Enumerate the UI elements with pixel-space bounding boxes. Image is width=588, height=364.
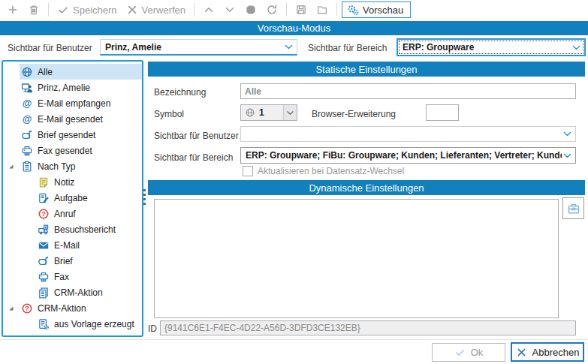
- tag-button[interactable]: [241, 2, 261, 18]
- tree-item-brief[interactable]: Brief: [3, 253, 142, 269]
- preview-button-label: Vorschau: [363, 5, 403, 16]
- delete-button[interactable]: [24, 2, 44, 18]
- filter-user-combobox[interactable]: Prinz, Amelie: [100, 39, 297, 56]
- expand-arrow-icon[interactable]: [3, 303, 20, 314]
- bezeichnung-input[interactable]: [240, 83, 576, 99]
- next-button[interactable]: [220, 2, 240, 18]
- panel-splitter[interactable]: [143, 189, 146, 205]
- preview-tree-panel: Alle Prinz, Amelie E-Mail empfangen E-Ma…: [2, 60, 143, 337]
- tree-item-prinz-amelie[interactable]: Prinz, Amelie: [3, 80, 142, 95]
- ok-button[interactable]: Ok: [432, 343, 505, 362]
- cancel-button-label: Abbrechen: [532, 347, 580, 358]
- copy-icon: [38, 287, 50, 299]
- ok-button-label: Ok: [471, 347, 484, 358]
- sichtbar-bereich-label: Sichtbar für Bereich: [154, 152, 233, 163]
- tree-item-email[interactable]: E-Mail: [3, 237, 142, 253]
- x-icon: [126, 4, 138, 16]
- bezeichnung-label: Bezeichnung: [154, 87, 206, 98]
- chevron-down-icon: [562, 128, 573, 140]
- tree-item-notiz[interactable]: Notiz: [3, 174, 142, 190]
- id-label: ID: [148, 323, 157, 334]
- chevron-down-icon: [224, 4, 236, 16]
- sichtbar-bereich-combobox[interactable]: ERP: Groupware; FiBu: Groupware; Kunden;…: [240, 147, 576, 164]
- check-icon: [57, 4, 69, 16]
- truck-icon: [38, 224, 50, 236]
- tree-item-fax[interactable]: Fax: [3, 269, 142, 284]
- static-settings-header: Statische Einstellungen: [148, 62, 585, 77]
- preview-settings-window: Speichern Verwerfen Vorschau Vorschau-Mo…: [0, 0, 588, 364]
- tree-item-crm-aktion-typ[interactable]: CRM-Aktion: [3, 284, 142, 300]
- toolbar-separator: [336, 3, 337, 17]
- chevron-down-icon: [283, 105, 297, 120]
- at-icon: [21, 98, 33, 110]
- preview-toggle-button[interactable]: Vorschau: [342, 2, 411, 18]
- previous-button[interactable]: [199, 2, 219, 18]
- symbol-combobox[interactable]: 1: [240, 104, 297, 121]
- sichtbar-bereich-value: ERP: Groupware; FiBu: Groupware; Kunden;…: [246, 150, 562, 161]
- task-icon: [38, 192, 50, 204]
- preview-mode-banner: Vorschau-Modus: [0, 21, 588, 35]
- toolbar-separator: [48, 3, 49, 17]
- x-icon: [516, 347, 527, 358]
- user-desk-icon: [21, 82, 33, 94]
- filter-area-label: Sichtbar für Bereich: [308, 43, 387, 53]
- symbol-label: Symbol: [154, 109, 184, 119]
- globe-icon: [21, 66, 33, 78]
- toolbox-button[interactable]: [562, 197, 584, 219]
- open-button[interactable]: [312, 2, 332, 18]
- tree-item-anruf[interactable]: Anruf: [3, 206, 142, 221]
- filter-area-combobox[interactable]: ERP: Groupware: [397, 38, 586, 56]
- refresh-button[interactable]: [262, 2, 282, 18]
- plus-icon: [7, 4, 19, 16]
- aktualisieren-checkbox[interactable]: [243, 166, 253, 176]
- cancel-button[interactable]: Abbrechen: [511, 342, 584, 362]
- trash-icon: [28, 4, 40, 16]
- tree-item-email-gesendet[interactable]: E-Mail gesendet: [3, 111, 142, 127]
- tree-item-brief-gesendet[interactable]: Brief gesendet: [3, 127, 142, 143]
- dynamic-settings-textarea[interactable]: [154, 199, 559, 318]
- expand-arrow-icon[interactable]: [3, 161, 20, 172]
- fax-icon: [38, 271, 50, 283]
- question-icon: [38, 208, 50, 220]
- sichtbar-benutzer-combobox[interactable]: [240, 126, 576, 142]
- mailbox-icon: [21, 129, 33, 141]
- tree-item-crm-aktion[interactable]: CRM-Aktion: [3, 300, 142, 316]
- footer-divider: [0, 339, 588, 340]
- tree-item-aufgabe[interactable]: Aufgabe: [3, 190, 142, 206]
- sichtbar-benutzer-label: Sichtbar für Benutzer: [154, 131, 239, 141]
- note-icon: [38, 176, 50, 188]
- add-button[interactable]: [3, 2, 23, 18]
- filter-area-value: ERP: Groupware: [403, 42, 571, 53]
- browser-erweiterung-input[interactable]: [426, 104, 459, 121]
- filter-user-label: Sichtbar für Benutzer: [8, 43, 92, 53]
- gears-icon: [347, 4, 359, 16]
- fax-icon: [21, 145, 33, 157]
- chevron-up-icon: [203, 4, 215, 16]
- tree-item-email-empfangen[interactable]: E-Mail empfangen: [3, 95, 142, 111]
- tree-item-alle[interactable]: Alle: [3, 64, 142, 80]
- static-settings-title: Statische Einstellungen: [315, 64, 417, 75]
- refresh-icon: [266, 4, 278, 16]
- export-button[interactable]: [291, 2, 311, 18]
- envelope-icon: [38, 239, 50, 251]
- filter-user-value: Prinz, Amelie: [105, 42, 283, 53]
- chevron-down-icon: [283, 41, 294, 53]
- preview-mode-title: Vorschau-Modus: [258, 23, 331, 34]
- toolbar-separator: [286, 3, 287, 17]
- check-icon: [454, 347, 466, 358]
- briefcase-icon: [567, 202, 580, 215]
- tree-item-nach-typ[interactable]: Nach Typ: [3, 158, 142, 174]
- toolbar: Speichern Verwerfen Vorschau: [0, 0, 588, 20]
- octagon-icon: [245, 4, 257, 16]
- save-button[interactable]: Speichern: [53, 2, 121, 18]
- tree-item-fax-gesendet[interactable]: Fax gesendet: [3, 143, 142, 158]
- tree-item-aus-vorlage-erzeugt[interactable]: aus Vorlage erzeugt: [3, 316, 142, 332]
- disk-icon: [295, 4, 307, 16]
- tree-item-besuchsbericht[interactable]: Besuchsbericht: [3, 221, 142, 237]
- mailbox-icon: [38, 255, 50, 267]
- dynamic-settings-title: Dynamische Einstellungen: [309, 182, 424, 194]
- chevron-down-icon: [571, 42, 582, 53]
- discard-button[interactable]: Verwerfen: [122, 2, 190, 18]
- clipboard-icon: [21, 161, 33, 173]
- question-icon: [21, 302, 33, 314]
